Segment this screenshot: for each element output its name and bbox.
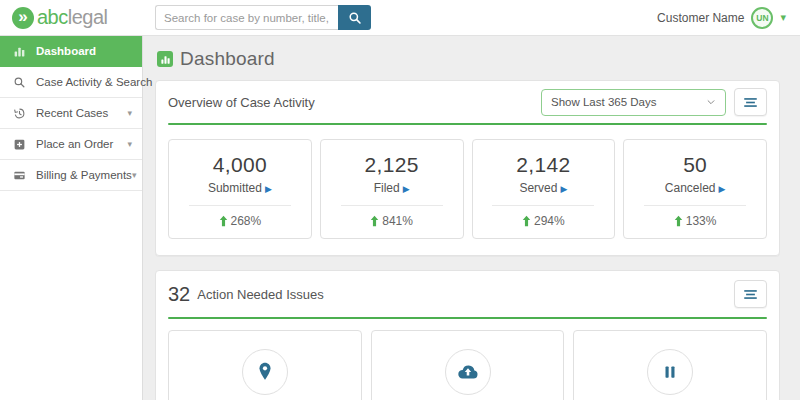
- category-card-efiling-needed[interactable]: E-Filing Needed: [371, 330, 565, 400]
- logo-chevrons-icon: »: [12, 7, 34, 29]
- chevron-down-icon: [706, 97, 716, 107]
- action-needed-header: 32 Action Needed Issues: [156, 271, 779, 317]
- page-title: Dashboard: [180, 48, 275, 70]
- search-button[interactable]: [338, 5, 371, 30]
- logo-text: abclegal: [37, 6, 108, 29]
- category-row: Investigation Results E-Filing Needed On…: [156, 319, 779, 400]
- up-arrow-icon: [522, 215, 531, 227]
- chevron-down-icon: ▾: [132, 170, 137, 180]
- search-icon: [348, 11, 362, 25]
- page-header: Dashboard: [157, 48, 780, 70]
- action-needed-count: 32: [168, 283, 190, 306]
- filter-lines-icon: [743, 96, 758, 109]
- sidebar-item-label: Place an Order: [36, 138, 113, 150]
- stat-label[interactable]: Canceled▶: [624, 181, 766, 195]
- stat-value: 4,000: [169, 153, 311, 177]
- history-icon: [12, 106, 27, 121]
- stat-card-served[interactable]: 2,142 Served▶ 294%: [472, 139, 616, 239]
- action-needed-panel: 32 Action Needed Issues Investigation Re…: [155, 270, 780, 400]
- up-arrow-icon: [219, 215, 228, 227]
- stat-card-filed[interactable]: 2,125 Filed▶ 841%: [320, 139, 464, 239]
- sidebar-item-recent-cases[interactable]: Recent Cases ▾: [0, 98, 142, 129]
- stat-value: 2,125: [321, 153, 463, 177]
- stat-label[interactable]: Submitted▶: [169, 181, 311, 195]
- stat-value: 50: [624, 153, 766, 177]
- up-arrow-icon: [674, 215, 683, 227]
- overview-panel-header: Overview of Case Activity Show Last 365 …: [156, 81, 779, 123]
- overview-filter-button[interactable]: [734, 88, 767, 116]
- chevron-down-icon: ▾: [127, 139, 132, 149]
- search-icon: [12, 75, 27, 90]
- case-search: [155, 5, 371, 30]
- sidebar-item-label: Billing & Payments: [36, 169, 132, 181]
- location-pin-icon: [242, 349, 288, 395]
- add-box-icon: [12, 137, 27, 152]
- stat-label[interactable]: Filed▶: [321, 181, 463, 195]
- pause-icon: [647, 349, 693, 395]
- detail-caret-icon: ▶: [719, 184, 726, 194]
- stat-change: 294%: [473, 214, 615, 228]
- divider: [644, 205, 746, 206]
- category-card-investigation-results[interactable]: Investigation Results: [168, 330, 362, 400]
- search-input[interactable]: [155, 5, 338, 30]
- overview-panel: Overview of Case Activity Show Last 365 …: [155, 80, 780, 256]
- main-content: Dashboard Overview of Case Activity Show…: [143, 36, 800, 400]
- bar-chart-icon: [12, 44, 27, 59]
- sidebar-item-case-activity-search[interactable]: Case Activity & Search: [0, 67, 142, 98]
- sidebar-item-billing-payments[interactable]: Billing & Payments ▾: [0, 160, 142, 191]
- action-needed-filter-button[interactable]: [734, 280, 767, 308]
- category-card-on-hold[interactable]: On Hold: [573, 330, 767, 400]
- divider: [341, 205, 443, 206]
- stat-change: 133%: [624, 214, 766, 228]
- stat-card-canceled[interactable]: 50 Canceled▶ 133%: [623, 139, 767, 239]
- stats-row: 4,000 Submitted▶ 268% 2,125 Filed▶ 841% …: [156, 125, 779, 255]
- stat-label[interactable]: Served▶: [473, 181, 615, 195]
- sidebar: Dashboard Case Activity & Search Recent …: [0, 36, 143, 400]
- stat-value: 2,142: [473, 153, 615, 177]
- user-menu[interactable]: Customer Name UN ▾: [657, 7, 786, 29]
- overview-title: Overview of Case Activity: [168, 95, 315, 110]
- user-name: Customer Name: [657, 11, 744, 25]
- stat-change: 268%: [169, 214, 311, 228]
- detail-caret-icon: ▶: [560, 184, 567, 194]
- sidebar-item-label: Case Activity & Search: [36, 76, 152, 88]
- cloud-upload-icon: [445, 349, 491, 395]
- chevron-down-icon: ▾: [127, 108, 132, 118]
- sidebar-item-label: Dashboard: [36, 45, 96, 57]
- user-menu-caret-icon: ▾: [780, 11, 786, 24]
- date-range-select[interactable]: Show Last 365 Days: [541, 89, 726, 116]
- detail-caret-icon: ▶: [265, 184, 272, 194]
- divider: [492, 205, 594, 206]
- billing-icon: [12, 168, 27, 183]
- stat-change: 841%: [321, 214, 463, 228]
- filter-lines-icon: [743, 288, 758, 301]
- action-needed-title: Action Needed Issues: [197, 287, 323, 302]
- avatar: UN: [751, 7, 773, 29]
- sidebar-item-place-an-order[interactable]: Place an Order ▾: [0, 129, 142, 160]
- divider: [189, 205, 291, 206]
- up-arrow-icon: [370, 215, 379, 227]
- top-bar: » abclegal Customer Name UN ▾: [0, 0, 800, 36]
- stat-card-submitted[interactable]: 4,000 Submitted▶ 268%: [168, 139, 312, 239]
- dashboard-icon: [157, 51, 173, 67]
- sidebar-item-dashboard[interactable]: Dashboard: [0, 36, 142, 67]
- date-range-value: Show Last 365 Days: [551, 96, 656, 108]
- detail-caret-icon: ▶: [403, 184, 410, 194]
- sidebar-item-label: Recent Cases: [36, 107, 108, 119]
- app-logo[interactable]: » abclegal: [12, 6, 143, 29]
